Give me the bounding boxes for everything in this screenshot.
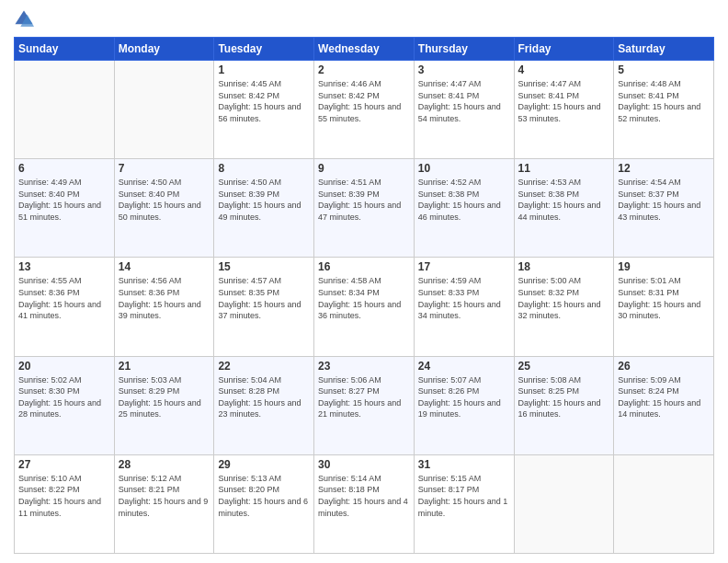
calendar-cell: 15Sunrise: 4:57 AMSunset: 8:35 PMDayligh… [214, 258, 314, 356]
day-number: 22 [218, 360, 310, 373]
calendar-cell [614, 454, 714, 553]
day-info: Sunrise: 4:56 AMSunset: 8:36 PMDaylight:… [119, 275, 210, 321]
day-info: Sunrise: 4:47 AMSunset: 8:41 PMDaylight:… [518, 78, 610, 124]
day-info: Sunrise: 4:51 AMSunset: 8:39 PMDaylight:… [318, 177, 410, 223]
day-number: 6 [18, 162, 110, 175]
col-header-monday: Monday [114, 38, 214, 61]
day-number: 30 [318, 458, 410, 471]
day-info: Sunrise: 5:15 AMSunset: 8:17 PMDaylight:… [418, 473, 510, 519]
day-info: Sunrise: 5:07 AMSunset: 8:26 PMDaylight:… [418, 374, 510, 420]
week-row-4: 20Sunrise: 5:02 AMSunset: 8:30 PMDayligh… [15, 356, 714, 454]
day-info: Sunrise: 5:12 AMSunset: 8:21 PMDaylight:… [119, 473, 210, 519]
day-number: 4 [518, 63, 610, 76]
day-info: Sunrise: 4:58 AMSunset: 8:34 PMDaylight:… [318, 275, 410, 321]
day-number: 24 [418, 360, 510, 373]
day-number: 2 [318, 63, 410, 76]
day-info: Sunrise: 5:08 AMSunset: 8:25 PMDaylight:… [518, 374, 610, 420]
day-info: Sunrise: 5:03 AMSunset: 8:29 PMDaylight:… [119, 374, 210, 420]
day-info: Sunrise: 5:02 AMSunset: 8:30 PMDaylight:… [18, 374, 110, 420]
day-number: 11 [518, 162, 610, 175]
day-number: 31 [418, 458, 510, 471]
day-number: 8 [218, 162, 310, 175]
calendar-cell: 31Sunrise: 5:15 AMSunset: 8:17 PMDayligh… [414, 454, 514, 553]
calendar-cell: 10Sunrise: 4:52 AMSunset: 8:38 PMDayligh… [414, 159, 514, 258]
week-row-2: 6Sunrise: 4:49 AMSunset: 8:40 PMDaylight… [15, 159, 714, 258]
calendar-cell: 14Sunrise: 4:56 AMSunset: 8:36 PMDayligh… [114, 258, 214, 356]
day-number: 15 [218, 260, 310, 273]
day-number: 3 [418, 63, 510, 76]
calendar-cell: 25Sunrise: 5:08 AMSunset: 8:25 PMDayligh… [514, 356, 614, 454]
day-number: 18 [518, 260, 610, 273]
calendar-header-row: SundayMondayTuesdayWednesdayThursdayFrid… [15, 38, 714, 61]
day-number: 7 [119, 162, 210, 175]
col-header-friday: Friday [514, 38, 614, 61]
logo [14, 9, 38, 29]
day-info: Sunrise: 5:00 AMSunset: 8:32 PMDaylight:… [518, 275, 610, 321]
day-number: 21 [119, 360, 210, 373]
week-row-3: 13Sunrise: 4:55 AMSunset: 8:36 PMDayligh… [15, 258, 714, 356]
day-number: 16 [318, 260, 410, 273]
day-info: Sunrise: 4:54 AMSunset: 8:37 PMDaylight:… [618, 177, 710, 223]
day-info: Sunrise: 4:59 AMSunset: 8:33 PMDaylight:… [418, 275, 510, 321]
calendar-cell: 11Sunrise: 4:53 AMSunset: 8:38 PMDayligh… [514, 159, 614, 258]
day-info: Sunrise: 4:52 AMSunset: 8:38 PMDaylight:… [418, 177, 510, 223]
day-number: 20 [18, 360, 110, 373]
calendar-cell: 16Sunrise: 4:58 AMSunset: 8:34 PMDayligh… [314, 258, 415, 356]
calendar-cell: 23Sunrise: 5:06 AMSunset: 8:27 PMDayligh… [314, 356, 415, 454]
day-number: 23 [318, 360, 410, 373]
day-info: Sunrise: 5:10 AMSunset: 8:22 PMDaylight:… [18, 473, 110, 519]
calendar-cell: 1Sunrise: 4:45 AMSunset: 8:42 PMDaylight… [214, 61, 314, 159]
day-info: Sunrise: 4:48 AMSunset: 8:41 PMDaylight:… [618, 78, 710, 124]
day-number: 26 [618, 360, 710, 373]
day-number: 9 [318, 162, 410, 175]
week-row-1: 1Sunrise: 4:45 AMSunset: 8:42 PMDaylight… [15, 61, 714, 159]
calendar-cell: 28Sunrise: 5:12 AMSunset: 8:21 PMDayligh… [114, 454, 214, 553]
page: SundayMondayTuesdayWednesdayThursdayFrid… [0, 0, 728, 563]
day-info: Sunrise: 5:14 AMSunset: 8:18 PMDaylight:… [318, 473, 410, 519]
calendar-cell: 30Sunrise: 5:14 AMSunset: 8:18 PMDayligh… [314, 454, 415, 553]
calendar-cell: 29Sunrise: 5:13 AMSunset: 8:20 PMDayligh… [214, 454, 314, 553]
col-header-saturday: Saturday [614, 38, 714, 61]
calendar-cell: 18Sunrise: 5:00 AMSunset: 8:32 PMDayligh… [514, 258, 614, 356]
day-info: Sunrise: 4:46 AMSunset: 8:42 PMDaylight:… [318, 78, 410, 124]
col-header-tuesday: Tuesday [214, 38, 314, 61]
header [14, 9, 714, 29]
calendar-cell [114, 61, 214, 159]
day-number: 29 [218, 458, 310, 471]
day-number: 13 [18, 260, 110, 273]
day-info: Sunrise: 4:57 AMSunset: 8:35 PMDaylight:… [218, 275, 310, 321]
logo-icon [14, 9, 34, 29]
calendar-table: SundayMondayTuesdayWednesdayThursdayFrid… [14, 37, 714, 554]
day-info: Sunrise: 4:45 AMSunset: 8:42 PMDaylight:… [218, 78, 310, 124]
calendar-cell: 3Sunrise: 4:47 AMSunset: 8:41 PMDaylight… [414, 61, 514, 159]
day-number: 19 [618, 260, 710, 273]
calendar-cell [15, 61, 115, 159]
day-number: 12 [618, 162, 710, 175]
calendar-cell: 17Sunrise: 4:59 AMSunset: 8:33 PMDayligh… [414, 258, 514, 356]
day-info: Sunrise: 5:06 AMSunset: 8:27 PMDaylight:… [318, 374, 410, 420]
day-info: Sunrise: 4:49 AMSunset: 8:40 PMDaylight:… [18, 177, 110, 223]
day-info: Sunrise: 5:04 AMSunset: 8:28 PMDaylight:… [218, 374, 310, 420]
week-row-5: 27Sunrise: 5:10 AMSunset: 8:22 PMDayligh… [15, 454, 714, 553]
day-info: Sunrise: 4:47 AMSunset: 8:41 PMDaylight:… [418, 78, 510, 124]
col-header-sunday: Sunday [15, 38, 115, 61]
day-number: 28 [119, 458, 210, 471]
calendar-cell: 22Sunrise: 5:04 AMSunset: 8:28 PMDayligh… [214, 356, 314, 454]
calendar-cell: 21Sunrise: 5:03 AMSunset: 8:29 PMDayligh… [114, 356, 214, 454]
calendar-cell: 2Sunrise: 4:46 AMSunset: 8:42 PMDaylight… [314, 61, 415, 159]
col-header-wednesday: Wednesday [314, 38, 415, 61]
calendar-cell: 5Sunrise: 4:48 AMSunset: 8:41 PMDaylight… [614, 61, 714, 159]
day-info: Sunrise: 4:53 AMSunset: 8:38 PMDaylight:… [518, 177, 610, 223]
day-info: Sunrise: 5:09 AMSunset: 8:24 PMDaylight:… [618, 374, 710, 420]
day-info: Sunrise: 4:50 AMSunset: 8:40 PMDaylight:… [119, 177, 210, 223]
calendar-cell: 9Sunrise: 4:51 AMSunset: 8:39 PMDaylight… [314, 159, 415, 258]
day-number: 14 [119, 260, 210, 273]
day-number: 5 [618, 63, 710, 76]
calendar-cell: 7Sunrise: 4:50 AMSunset: 8:40 PMDaylight… [114, 159, 214, 258]
day-info: Sunrise: 5:13 AMSunset: 8:20 PMDaylight:… [218, 473, 310, 519]
calendar-cell: 19Sunrise: 5:01 AMSunset: 8:31 PMDayligh… [614, 258, 714, 356]
day-number: 17 [418, 260, 510, 273]
calendar-cell [514, 454, 614, 553]
calendar-cell: 27Sunrise: 5:10 AMSunset: 8:22 PMDayligh… [15, 454, 115, 553]
day-number: 10 [418, 162, 510, 175]
